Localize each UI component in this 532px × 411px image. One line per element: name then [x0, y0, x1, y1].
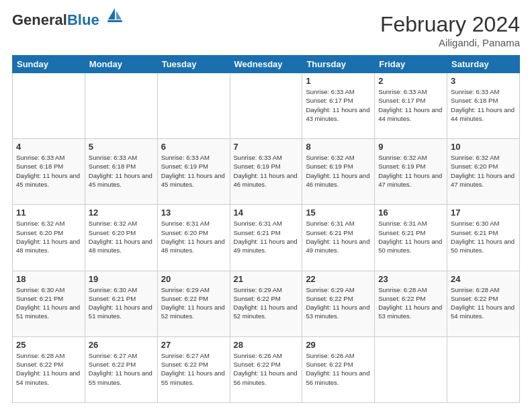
day-info: Sunrise: 6:31 AM Sunset: 6:21 PM Dayligh…	[378, 219, 443, 255]
col-saturday: Saturday	[447, 56, 520, 73]
calendar-cell: 4Sunrise: 6:33 AM Sunset: 6:18 PM Daylig…	[13, 139, 85, 205]
calendar-cell: 14Sunrise: 6:31 AM Sunset: 6:21 PM Dayli…	[230, 205, 302, 271]
col-wednesday: Wednesday	[230, 56, 302, 73]
calendar-cell: 26Sunrise: 6:27 AM Sunset: 6:22 PM Dayli…	[85, 336, 157, 402]
day-number: 18	[16, 274, 81, 284]
calendar-cell	[230, 73, 302, 139]
day-info: Sunrise: 6:32 AM Sunset: 6:19 PM Dayligh…	[306, 153, 371, 189]
day-info: Sunrise: 6:32 AM Sunset: 6:20 PM Dayligh…	[451, 153, 516, 189]
col-tuesday: Tuesday	[157, 56, 230, 73]
calendar-cell: 12Sunrise: 6:32 AM Sunset: 6:20 PM Dayli…	[85, 205, 157, 271]
day-info: Sunrise: 6:30 AM Sunset: 6:21 PM Dayligh…	[451, 219, 516, 255]
day-info: Sunrise: 6:32 AM Sunset: 6:20 PM Dayligh…	[89, 219, 154, 255]
day-info: Sunrise: 6:33 AM Sunset: 6:19 PM Dayligh…	[234, 153, 299, 189]
day-number: 14	[234, 208, 299, 218]
day-info: Sunrise: 6:27 AM Sunset: 6:22 PM Dayligh…	[161, 351, 226, 387]
day-info: Sunrise: 6:28 AM Sunset: 6:22 PM Dayligh…	[16, 351, 81, 387]
day-number: 3	[451, 76, 516, 86]
day-number: 26	[89, 340, 154, 350]
calendar-table: Sunday Monday Tuesday Wednesday Thursday…	[12, 55, 520, 403]
day-info: Sunrise: 6:32 AM Sunset: 6:19 PM Dayligh…	[378, 153, 443, 189]
calendar-cell: 20Sunrise: 6:29 AM Sunset: 6:22 PM Dayli…	[157, 271, 230, 336]
calendar-cell: 5Sunrise: 6:33 AM Sunset: 6:18 PM Daylig…	[85, 139, 157, 205]
day-info: Sunrise: 6:31 AM Sunset: 6:20 PM Dayligh…	[161, 219, 226, 255]
calendar-cell: 16Sunrise: 6:31 AM Sunset: 6:21 PM Dayli…	[375, 205, 447, 271]
logo: GeneralBlue	[12, 12, 124, 28]
page: GeneralBlue February 2024 Ailigandi, Pan…	[0, 0, 532, 411]
col-monday: Monday	[85, 56, 157, 73]
calendar-cell: 18Sunrise: 6:30 AM Sunset: 6:21 PM Dayli…	[13, 271, 85, 336]
day-number: 7	[234, 142, 299, 152]
day-number: 1	[306, 76, 371, 86]
day-number: 8	[306, 142, 371, 152]
day-number: 12	[89, 208, 154, 218]
day-number: 27	[161, 340, 226, 350]
day-number: 11	[16, 208, 81, 218]
calendar-cell: 11Sunrise: 6:32 AM Sunset: 6:20 PM Dayli…	[13, 205, 85, 271]
calendar-cell: 3Sunrise: 6:33 AM Sunset: 6:18 PM Daylig…	[447, 73, 520, 139]
day-info: Sunrise: 6:33 AM Sunset: 6:18 PM Dayligh…	[16, 153, 81, 189]
calendar-cell: 29Sunrise: 6:26 AM Sunset: 6:22 PM Dayli…	[302, 336, 375, 402]
day-number: 6	[161, 142, 226, 152]
calendar-cell: 28Sunrise: 6:26 AM Sunset: 6:22 PM Dayli…	[230, 336, 302, 402]
calendar-cell	[85, 73, 157, 139]
calendar-cell: 2Sunrise: 6:33 AM Sunset: 6:17 PM Daylig…	[375, 73, 447, 139]
day-info: Sunrise: 6:33 AM Sunset: 6:17 PM Dayligh…	[306, 87, 371, 123]
day-number: 9	[378, 142, 443, 152]
calendar-cell: 7Sunrise: 6:33 AM Sunset: 6:19 PM Daylig…	[230, 139, 302, 205]
col-friday: Friday	[375, 56, 447, 73]
location: Ailigandi, Panama	[380, 37, 520, 48]
day-info: Sunrise: 6:33 AM Sunset: 6:18 PM Dayligh…	[89, 153, 154, 189]
day-info: Sunrise: 6:33 AM Sunset: 6:18 PM Dayligh…	[451, 87, 516, 123]
day-number: 2	[378, 76, 443, 86]
svg-rect-2	[107, 20, 122, 22]
calendar-week-row: 25Sunrise: 6:28 AM Sunset: 6:22 PM Dayli…	[13, 336, 520, 402]
day-info: Sunrise: 6:29 AM Sunset: 6:22 PM Dayligh…	[161, 285, 226, 321]
calendar-cell	[157, 73, 230, 139]
day-info: Sunrise: 6:26 AM Sunset: 6:22 PM Dayligh…	[234, 351, 299, 387]
day-number: 21	[234, 274, 299, 284]
logo-general-text: General	[12, 11, 67, 28]
calendar-cell: 24Sunrise: 6:28 AM Sunset: 6:22 PM Dayli…	[447, 271, 520, 336]
day-number: 5	[89, 142, 154, 152]
day-number: 28	[234, 340, 299, 350]
calendar-cell: 9Sunrise: 6:32 AM Sunset: 6:19 PM Daylig…	[375, 139, 447, 205]
calendar-week-row: 18Sunrise: 6:30 AM Sunset: 6:21 PM Dayli…	[13, 271, 520, 336]
calendar-cell: 27Sunrise: 6:27 AM Sunset: 6:22 PM Dayli…	[157, 336, 230, 402]
month-title: February 2024	[380, 12, 520, 37]
day-number: 19	[89, 274, 154, 284]
day-number: 22	[306, 274, 371, 284]
calendar-cell: 1Sunrise: 6:33 AM Sunset: 6:17 PM Daylig…	[302, 73, 375, 139]
day-info: Sunrise: 6:33 AM Sunset: 6:17 PM Dayligh…	[378, 87, 443, 123]
day-info: Sunrise: 6:31 AM Sunset: 6:21 PM Dayligh…	[306, 219, 371, 255]
calendar-cell: 22Sunrise: 6:29 AM Sunset: 6:22 PM Dayli…	[302, 271, 375, 336]
calendar-cell	[375, 336, 447, 402]
day-number: 23	[378, 274, 443, 284]
day-info: Sunrise: 6:30 AM Sunset: 6:21 PM Dayligh…	[16, 285, 81, 321]
day-info: Sunrise: 6:26 AM Sunset: 6:22 PM Dayligh…	[306, 351, 371, 387]
day-info: Sunrise: 6:31 AM Sunset: 6:21 PM Dayligh…	[234, 219, 299, 255]
day-number: 25	[16, 340, 81, 350]
calendar-week-row: 4Sunrise: 6:33 AM Sunset: 6:18 PM Daylig…	[13, 139, 520, 205]
day-number: 16	[378, 208, 443, 218]
svg-marker-1	[116, 11, 122, 19]
day-number: 17	[451, 208, 516, 218]
calendar-week-row: 11Sunrise: 6:32 AM Sunset: 6:20 PM Dayli…	[13, 205, 520, 271]
day-info: Sunrise: 6:28 AM Sunset: 6:22 PM Dayligh…	[378, 285, 443, 321]
day-number: 24	[451, 274, 516, 284]
title-block: February 2024 Ailigandi, Panama	[380, 12, 520, 48]
day-info: Sunrise: 6:32 AM Sunset: 6:20 PM Dayligh…	[16, 219, 81, 255]
day-number: 15	[306, 208, 371, 218]
calendar-cell: 8Sunrise: 6:32 AM Sunset: 6:19 PM Daylig…	[302, 139, 375, 205]
calendar-cell: 19Sunrise: 6:30 AM Sunset: 6:21 PM Dayli…	[85, 271, 157, 336]
calendar-cell: 17Sunrise: 6:30 AM Sunset: 6:21 PM Dayli…	[447, 205, 520, 271]
day-number: 13	[161, 208, 226, 218]
day-info: Sunrise: 6:29 AM Sunset: 6:22 PM Dayligh…	[306, 285, 371, 321]
calendar-cell: 25Sunrise: 6:28 AM Sunset: 6:22 PM Dayli…	[13, 336, 85, 402]
day-number: 29	[306, 340, 371, 350]
calendar-cell: 15Sunrise: 6:31 AM Sunset: 6:21 PM Dayli…	[302, 205, 375, 271]
calendar-cell: 21Sunrise: 6:29 AM Sunset: 6:22 PM Dayli…	[230, 271, 302, 336]
day-info: Sunrise: 6:28 AM Sunset: 6:22 PM Dayligh…	[451, 285, 516, 321]
day-number: 4	[16, 142, 81, 152]
col-sunday: Sunday	[13, 56, 85, 73]
